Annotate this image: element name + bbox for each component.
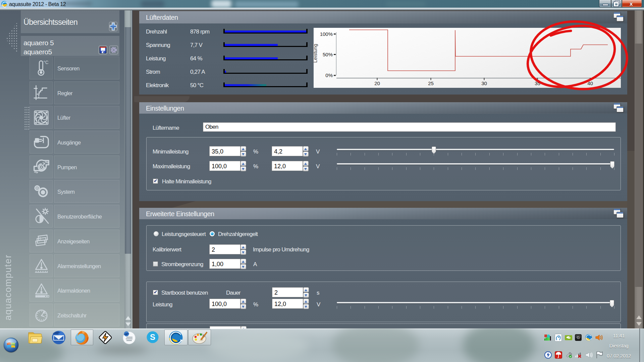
svg-text:1: 1 [39,236,42,241]
svg-text:100%: 100% [320,31,333,37]
svg-text:25: 25 [428,80,434,86]
svg-text:50%: 50% [323,52,333,57]
svg-text:S: S [150,333,155,342]
svg-text:20: 20 [374,80,380,86]
svg-text:Leistung: Leistung [314,44,318,63]
svg-text:30: 30 [481,80,487,86]
svg-text:G: G [577,336,580,340]
svg-text:0%: 0% [325,72,333,78]
svg-text:°C: °C [43,60,48,65]
